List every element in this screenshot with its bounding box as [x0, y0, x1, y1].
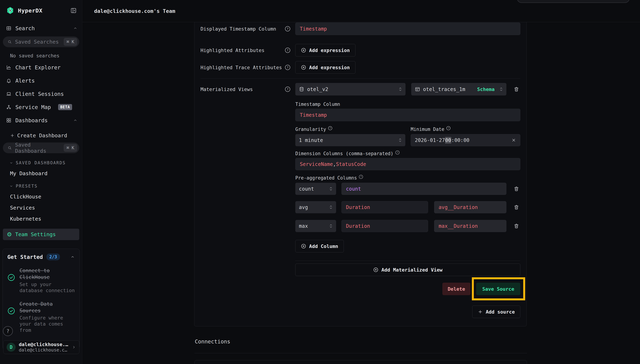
- cutoff-toast: [517, 0, 630, 3]
- mv-timestamp-input[interactable]: Timestamp: [295, 109, 520, 121]
- clear-date-button[interactable]: [511, 138, 516, 143]
- delete-column-button[interactable]: [512, 186, 520, 192]
- help-circle-icon[interactable]: ?: [395, 150, 400, 155]
- saved-dashboards-placeholder: Saved Dashboards: [15, 142, 61, 154]
- form-actions: Delete Save Source: [201, 283, 520, 295]
- sidebar: HyperDX Search Saved Searches ⌘ K No sav…: [0, 0, 82, 364]
- table-icon: [415, 86, 420, 92]
- plus-circle-icon: [301, 244, 306, 249]
- add-expression-button[interactable]: Add expression: [295, 61, 355, 74]
- sidebar-item-team-settings[interactable]: ⚙ Team Settings: [3, 229, 79, 240]
- dimension-columns-input[interactable]: ServiceName, StatusCode: [295, 158, 520, 170]
- chevron-up-icon[interactable]: [71, 255, 75, 259]
- add-source-button[interactable]: Add source: [472, 306, 520, 318]
- sidebar-collapse-icon[interactable]: [70, 7, 77, 14]
- get-started-item-sources[interactable]: Create Data Sources Configure where your…: [7, 301, 75, 334]
- chevron-up-icon[interactable]: [73, 26, 78, 30]
- trash-icon: [513, 186, 519, 192]
- sidebar-item-my-dashboard[interactable]: My Dashboard: [10, 170, 82, 176]
- plus-circle-icon: [373, 267, 378, 272]
- sidebar-item-services[interactable]: Services: [10, 205, 82, 211]
- help-circle-icon[interactable]: ?: [285, 26, 291, 32]
- add-expression-button[interactable]: Add expression: [295, 44, 355, 56]
- user-email: dale@clickhouse.c…: [19, 347, 68, 353]
- svg-text:?: ?: [330, 127, 331, 130]
- create-dashboard-label: Create Dashboard: [17, 132, 67, 138]
- svg-text:?: ?: [287, 49, 288, 52]
- preagg-row-count: count count: [295, 183, 520, 195]
- help-circle-icon[interactable]: ?: [328, 126, 333, 130]
- svg-text:?: ?: [360, 176, 362, 178]
- delete-materialized-view-button[interactable]: [512, 86, 520, 92]
- sidebar-item-label: Alerts: [16, 78, 35, 84]
- aggregation-fn-select[interactable]: avg: [295, 201, 336, 213]
- plus-icon: [10, 133, 15, 138]
- preagg-row-max: max Duration max__Duration: [295, 220, 520, 232]
- sidebar-item-client-sessions[interactable]: Client Sessions: [6, 90, 78, 98]
- get-started-item-connect[interactable]: Connect to ClickHouse Set up your databa…: [7, 268, 75, 294]
- sidebar-item-search[interactable]: Search: [6, 24, 78, 32]
- expression-input[interactable]: count: [341, 183, 506, 195]
- page-title: dale@clickhouse.com's Team: [94, 8, 175, 14]
- dimension-columns-label: Dimension Columns (comma-separated) ?: [295, 151, 520, 156]
- delete-source-button[interactable]: Delete: [442, 283, 471, 295]
- sidebar-item-clickhouse[interactable]: ClickHouse: [10, 194, 82, 200]
- expression-input[interactable]: Duration: [341, 201, 428, 213]
- saved-searches-input[interactable]: Saved Searches ⌘ K: [3, 36, 79, 47]
- field-label: Highlighted Trace Attributes: [201, 65, 282, 70]
- field-label: Highlighted Attributes: [201, 48, 265, 53]
- expression-input[interactable]: Duration: [341, 220, 428, 232]
- aggregation-fn-select[interactable]: count: [295, 183, 336, 195]
- chevron-up-icon[interactable]: [73, 118, 78, 122]
- connections-heading: Connections: [195, 338, 230, 345]
- create-dashboard-button[interactable]: Create Dashboard: [10, 132, 82, 138]
- sidebar-item-kubernetes[interactable]: Kubernetes: [10, 216, 82, 222]
- help-circle-icon[interactable]: ?: [285, 47, 291, 53]
- no-saved-searches-note: No saved searches: [10, 53, 82, 58]
- section-presets[interactable]: PRESETS: [9, 184, 82, 188]
- delete-column-button[interactable]: [512, 223, 520, 229]
- get-started-header[interactable]: Get Started 2/3: [7, 254, 75, 260]
- help-circle-icon[interactable]: ?: [446, 126, 451, 130]
- sidebar-item-dashboards[interactable]: Dashboards: [6, 116, 78, 124]
- help-button[interactable]: ?: [3, 326, 13, 336]
- sidebar-item-alerts[interactable]: Alerts: [6, 76, 78, 85]
- get-started-progress-badge: 2/3: [47, 254, 60, 260]
- user-menu[interactable]: D dale@clickhouse.… dale@clickhouse.c…: [3, 340, 80, 354]
- schema-link[interactable]: Schema: [477, 86, 495, 92]
- help-circle-icon[interactable]: ?: [285, 64, 291, 70]
- dashboards-icon: [6, 118, 12, 123]
- minimum-date-input[interactable]: 2026-01-27 00:00:00: [411, 134, 520, 146]
- aggregation-fn-select[interactable]: max: [295, 220, 336, 232]
- sidebar-item-chart-explorer[interactable]: Chart Explorer: [6, 63, 78, 72]
- plus-circle-icon: [301, 65, 306, 70]
- materialized-views-row: Materialized Views ? otel_v2: [201, 83, 520, 276]
- save-source-button[interactable]: Save Source: [476, 283, 520, 295]
- help-circle-icon[interactable]: ?: [359, 174, 363, 179]
- connections-panel-cutoff: [194, 360, 527, 364]
- displayed-timestamp-input[interactable]: Timestamp: [295, 22, 520, 35]
- task-title: Connect to ClickHouse: [20, 268, 75, 281]
- hyperdx-logo-icon: [6, 6, 14, 15]
- chevron-down-icon: [9, 184, 13, 188]
- table-select[interactable]: otel_traces_1m Schema: [411, 83, 506, 96]
- chevron-down-icon: [9, 161, 13, 165]
- delete-column-button[interactable]: [512, 204, 520, 210]
- plus-circle-icon: [301, 48, 306, 53]
- granularity-select[interactable]: 1 minute: [295, 134, 405, 146]
- add-materialized-view-button[interactable]: Add Materialized View: [295, 264, 520, 276]
- section-saved-dashboards[interactable]: SAVED DASHBOARDS: [9, 160, 82, 165]
- help-circle-icon[interactable]: ?: [285, 86, 291, 92]
- saved-dashboards-input[interactable]: Saved Dashboards ⌘ K: [3, 142, 79, 153]
- sidebar-item-service-map[interactable]: Service Map BETA: [6, 103, 78, 112]
- field-label: Displayed Timestamp Column: [201, 26, 276, 32]
- database-select[interactable]: otel_v2: [295, 83, 405, 96]
- add-column-button[interactable]: Add Column: [295, 240, 344, 252]
- section-title: SAVED DASHBOARDS: [16, 160, 66, 165]
- alias-input[interactable]: avg__Duration: [434, 201, 506, 213]
- alias-input[interactable]: max__Duration: [434, 220, 506, 232]
- app-title: HyperDX: [18, 7, 43, 14]
- selected-time-segment[interactable]: 00: [445, 137, 451, 144]
- granularity-label: Granularity ?: [295, 126, 405, 132]
- laptop-icon: [6, 91, 12, 96]
